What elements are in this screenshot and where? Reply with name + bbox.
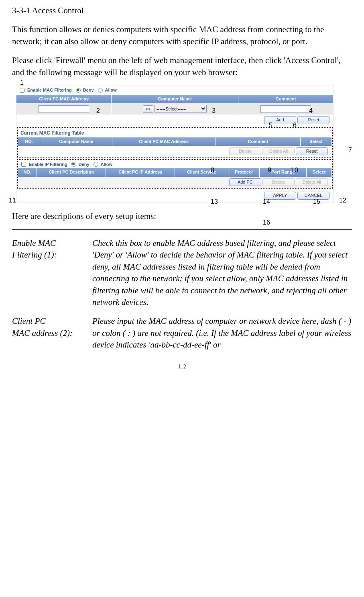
screenshot-wrapper: 1 2 3 4 5 6 7 8 9 10 11 12 13 14 15 16 E… [12,86,352,202]
callout-10: 10 [291,166,298,175]
callout-4: 4 [309,106,313,115]
item-1: Enable MAC Filtering (1): Check this box… [12,237,352,308]
ip-delete-button[interactable]: Delete [262,178,295,186]
callout-7: 7 [348,146,352,155]
mac-comment-input[interactable] [260,105,311,113]
callout-14: 14 [263,197,270,206]
iptbl-col-port: Port Range [260,168,307,176]
item-1-name: Enable MAC Filtering (1): [12,237,92,308]
iptbl-col-service: Client Service [175,168,228,176]
ip-filtering-box: Enable IP Filtering Deny Allow NO. Clien… [17,159,333,189]
mactbl-col-select: Select [300,137,331,146]
enable-ip-filtering-label: Enable IP Filtering [29,162,67,168]
mac-col-computer: Computer Name [112,95,238,103]
mactbl-col-name: Computer Name [40,137,112,146]
section-heading: 3-3-1 Access Control [12,5,352,16]
mac-filtering-table-box: Current MAC Filtering Table NO. Computer… [17,127,333,159]
page-number: 112 [12,363,352,371]
ip-addpc-button[interactable]: Add PC [229,178,261,186]
item-2-desc: Please input the MAC address of computer… [92,315,352,351]
mac-deny-label: Deny [83,87,94,93]
mac-address-input[interactable] [39,105,89,113]
item-2: Client PC MAC address (2): Please input … [12,315,352,351]
mac-input-table: Client PC MAC Address Computer Name Comm… [16,95,333,114]
callout-9: 9 [268,166,271,175]
ip-deny-label: Deny [79,162,89,168]
enable-ip-filtering-checkbox[interactable] [21,162,26,167]
mac-col-address: Client PC MAC Address [16,95,112,103]
callout-3: 3 [212,106,216,115]
mac-table-delete-button[interactable]: Delete [229,147,261,155]
ip-table-buttons: Add PC Delete Delete All [18,177,332,188]
mac-deny-radio[interactable] [76,88,81,93]
iptbl-col-ip: Client PC IP Address [106,168,175,176]
mac-table-title: Current MAC Filtering Table [18,128,332,137]
computer-name-select[interactable]: ------Select------ [155,105,207,112]
divider [12,229,352,230]
mac-table-deleteall-button[interactable]: Delete All [262,147,295,155]
item-2-name: Client PC MAC address (2): [12,315,92,351]
callout-12: 12 [339,196,346,205]
mactbl-col-addr: Client PC MAC Address [112,137,216,146]
mac-filter-enable-row: Enable MAC Filtering Deny Allow [16,86,333,95]
mactbl-col-no: NO. [18,137,40,146]
ip-deny-radio[interactable] [71,162,76,167]
access-control-panel: Enable MAC Filtering Deny Allow Client P… [16,86,334,202]
mactbl-col-comment: Comment [216,137,300,146]
iptbl-col-no: NO. [18,168,37,176]
mac-col-comment: Comment [238,95,333,103]
iptbl-col-desc: Client PC Description [37,168,106,176]
callout-2: 2 [96,106,100,115]
enable-mac-filtering-label: Enable MAC Filtering [27,87,72,93]
intro-paragraph-2: Please click 'Firewall' menu on the left… [12,55,352,78]
intro-paragraph-1: This function allows or denies computers… [12,24,352,47]
callout-11: 11 [9,196,16,205]
global-buttons: APPLY CANCEL [16,190,333,202]
callout-13: 13 [211,197,218,206]
callout-15: 15 [313,197,320,206]
callout-8: 8 [211,166,214,175]
callout-1: 1 [20,78,24,87]
mac-allow-radio[interactable] [98,88,103,93]
mac-allow-label: Allow [105,87,117,93]
callout-16: 16 [263,218,270,227]
ip-allow-label: Allow [101,162,112,168]
mac-table-buttons: Delete Delete All Reset [18,146,332,157]
mac-filtering-table: NO. Computer Name Client PC MAC Address … [18,137,332,146]
ip-deleteall-button[interactable]: Delete All [296,178,328,186]
copy-name-button[interactable]: << [143,105,153,113]
iptbl-col-select: Select [307,168,332,176]
item-1-desc: Check this box to enable MAC address bas… [92,237,352,308]
ip-filter-enable-row: Enable IP Filtering Deny Allow [18,160,332,168]
callout-5: 5 [269,121,272,130]
mac-table-reset-button[interactable]: Reset [296,147,328,155]
ip-allow-radio[interactable] [94,162,98,167]
mac-buttons-row: Add Reset [16,114,333,126]
descriptions-intro: Here are descriptions of every setup ite… [12,211,352,222]
mac-reset-button[interactable]: Reset [297,116,329,124]
callout-6: 6 [293,121,297,130]
enable-mac-filtering-checkbox[interactable] [20,88,24,93]
iptbl-col-protocol: Protocol [228,168,260,176]
ip-filtering-table: NO. Client PC Description Client PC IP A… [18,168,332,176]
